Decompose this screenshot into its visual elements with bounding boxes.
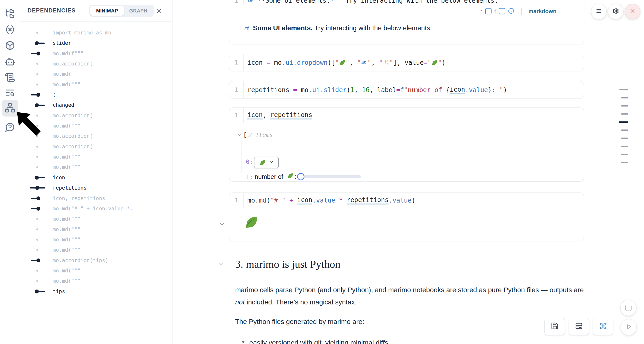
cell5-editor[interactable]: 1 mo.md("# " + icon.value * repetitions.… (229, 193, 584, 208)
cell2-editor[interactable]: 1 icon = mo.ui.dropdown(["", "", ""], va… (229, 54, 584, 71)
cell-dot-icon (30, 276, 46, 286)
notebook-menu-button[interactable] (591, 4, 607, 19)
slider-label: number of (255, 173, 283, 181)
cell-repetitions-slider[interactable]: 1 repetitions = mo.ui.slider(1, 16, labe… (229, 81, 584, 98)
line-number: 1 (229, 108, 244, 123)
minimap-row[interactable]: mo.md(""" (20, 79, 172, 90)
cell3-code: repetitions = mo.ui.slider(1, 16, label=… (247, 81, 507, 98)
minimap-row[interactable]: repetitions (20, 183, 172, 193)
minimap-row[interactable]: import marimo as mo (20, 28, 172, 38)
minimap-row[interactable]: mo.accordion(tips) (20, 255, 172, 266)
cell-collapse-chevron-icon[interactable] (219, 221, 225, 228)
icon-dropdown-select[interactable] (254, 157, 279, 168)
cell-navigator-mark[interactable] (621, 137, 628, 139)
info-icon[interactable] (508, 8, 514, 15)
cell1-output: Some UI elements. Try interacting with t… (244, 24, 432, 32)
markdown-language-button[interactable]: markdown (528, 8, 556, 15)
minimap-row[interactable]: tips (20, 286, 172, 297)
minimap-row[interactable]: icon, repetitions (20, 193, 172, 204)
cell-icon-repetitions[interactable]: 1 icon, repetitions [ 2 Items 0: 1: numb… (229, 107, 584, 182)
cell-navigator-mark[interactable] (621, 97, 628, 98)
minimap-row-label: ( (53, 90, 56, 100)
cell-navigator-mark[interactable] (621, 113, 628, 115)
repetitions-slider-track[interactable] (298, 175, 361, 178)
dependency-marker-icon (30, 193, 46, 204)
layout-button[interactable] (568, 318, 589, 335)
save-icon (551, 322, 558, 331)
minimap-row[interactable]: mo.accordion( (20, 141, 172, 152)
r-checkbox[interactable] (485, 8, 492, 15)
cell-dot-icon (30, 235, 46, 245)
x-icon (156, 11, 162, 15)
cell-navigator-mark[interactable] (621, 146, 628, 147)
minimap-graph-toggle: MINIMAP GRAPH (89, 5, 154, 17)
cell-icon-dropdown[interactable]: 1 icon = mo.ui.dropdown(["", "", ""], va… (229, 54, 584, 71)
minimap-row[interactable]: mo.md(""" (20, 235, 172, 245)
commands-button[interactable]: ⌘ (593, 318, 613, 335)
minimap-row[interactable]: mo.md(""" (20, 276, 172, 286)
cell3-editor[interactable]: 1 repetitions = mo.ui.slider(1, 16, labe… (229, 81, 584, 98)
sidebar-item-variables[interactable] (2, 22, 18, 38)
minimap-row-label: mo.md(""" (53, 266, 80, 276)
cell-navigator[interactable] (621, 0, 631, 344)
box-icon (5, 40, 15, 52)
minimap-row[interactable]: changed (20, 100, 172, 110)
minimap-row[interactable]: mo.md("# " + icon.value *… (20, 204, 172, 214)
cell-navigator-mark[interactable] (619, 89, 628, 90)
cell-dot-icon (30, 59, 46, 69)
minimap-row-label: import marimo as mo (53, 28, 111, 38)
cell1-editor[interactable]: 1 **Some UI elements.** Try interacting … (229, 0, 584, 4)
cell-navigator-mark-active[interactable] (619, 121, 628, 123)
tab-graph[interactable]: GRAPH (124, 6, 153, 16)
minimap-row[interactable]: mo.md( (20, 69, 172, 79)
cell-navigator-mark[interactable] (621, 129, 628, 131)
minimap-row-label: slider (53, 38, 71, 48)
mouse-cursor (14, 110, 44, 139)
section-collapse-chevron-icon[interactable] (218, 261, 224, 268)
cell4-code: icon, repetitions (247, 108, 312, 123)
run-button[interactable] (620, 319, 637, 335)
repetitions-slider-thumb[interactable] (297, 173, 304, 180)
cell-dot-icon (30, 69, 46, 79)
sidebar-item-snippets[interactable] (2, 70, 18, 86)
minimap-row[interactable]: mo.md(""" (20, 214, 172, 224)
scroll-icon (5, 72, 15, 84)
paragraph-2: The Python files generated by marimo are… (235, 316, 584, 328)
sidebar-item-ai-assistant[interactable] (2, 54, 18, 70)
minimap-row[interactable]: mo.accordion( (20, 59, 172, 69)
collapse-chevron-icon[interactable] (237, 133, 242, 138)
minimap-row[interactable]: mo.md(""" (20, 224, 172, 235)
layout-icon (575, 322, 583, 331)
emphasis-not: not (235, 298, 245, 306)
minimap-row[interactable]: mo.md(""" (20, 162, 172, 172)
index-1-label: 1: (246, 174, 253, 181)
marimo-app: DEPENDENCIES MINIMAP GRAPH import marimo… (0, 0, 644, 344)
sidebar-item-table-of-contents[interactable] (2, 85, 18, 101)
sidebar-item-file-explorer[interactable] (2, 6, 18, 22)
minimap-row[interactable]: slider (20, 38, 172, 48)
minimap-row[interactable]: mo.md(""" (20, 245, 172, 255)
cell-navigator-mark[interactable] (621, 162, 628, 163)
cell-navigator-mark[interactable] (621, 105, 628, 106)
sidebar-item-packages[interactable] (2, 38, 18, 54)
minimap-row[interactable]: mo.md(""" (20, 152, 172, 162)
cell-navigator-mark[interactable] (621, 154, 628, 155)
output-bold-text: Some UI elements. (253, 24, 313, 32)
save-button[interactable] (544, 318, 565, 335)
minimap-row[interactable]: mo.md(f""" (20, 48, 172, 59)
tab-minimap[interactable]: MINIMAP (90, 6, 124, 16)
command-icon: ⌘ (599, 321, 608, 331)
f-checkbox[interactable] (499, 8, 505, 15)
minimap-row[interactable]: ( (20, 90, 172, 100)
minimap-row[interactable]: mo.md(""" (20, 266, 172, 276)
leaf-emoji (431, 59, 438, 66)
panel-close-button[interactable] (156, 8, 162, 14)
cell-markdown-intro[interactable]: 1 **Some UI elements.** Try interacting … (229, 0, 584, 44)
leaf-emoji-output (244, 215, 259, 230)
line-number: 1 (229, 54, 244, 71)
minimap-row[interactable]: icon (20, 173, 172, 183)
cell-md-output[interactable]: 1 mo.md("# " + icon.value * repetitions.… (229, 193, 584, 241)
cell4-editor[interactable]: 1 icon, repetitions (229, 108, 584, 123)
toggle-app-view-button[interactable] (620, 300, 636, 316)
paragraph-1: marimo cells parse Python (and only Pyth… (235, 284, 584, 308)
